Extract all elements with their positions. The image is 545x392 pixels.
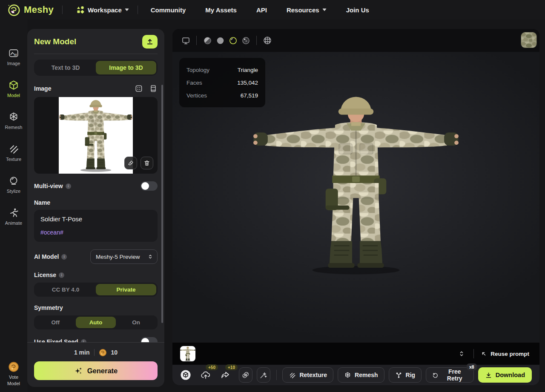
ai-model-value: Meshy-5 Preview (96, 254, 140, 260)
nav-divider (62, 6, 63, 14)
texture-edit-icon (241, 371, 250, 379)
license-private-option[interactable]: Private (96, 284, 156, 295)
nav-links: Community My Assets API Resources Join U… (146, 6, 369, 14)
reuse-prompt-button[interactable]: Reuse prompt (481, 351, 529, 357)
stylize-quick-button[interactable] (257, 367, 270, 383)
symmetry-auto-option[interactable]: Auto (76, 317, 116, 328)
nav-my-assets[interactable]: My Assets (205, 6, 237, 14)
rail-label: Animate (5, 220, 22, 226)
cube-icon (8, 80, 19, 91)
arrow-up-left-icon (481, 351, 487, 357)
multiview-toggle[interactable] (141, 181, 158, 191)
retexture-button[interactable]: Retexture (282, 367, 333, 383)
retry-icon (432, 372, 439, 379)
ai-model-select[interactable]: Meshy-5 Preview (90, 249, 158, 264)
uv-grid-icon[interactable] (261, 34, 274, 47)
image-preview[interactable] (34, 97, 158, 174)
remove-background-button[interactable] (124, 157, 137, 169)
magic-wand-icon (259, 371, 267, 379)
rail-item-animate[interactable]: Animate (0, 207, 27, 239)
rail-label: Stylize (7, 189, 20, 194)
model-viewport: Topology Triangle Faces 135,042 Vertices… (172, 29, 539, 385)
image-ai-icon: AI (8, 48, 19, 59)
fixed-seed-label: Use Fixed Seedi (34, 338, 86, 342)
coin-icon (8, 361, 19, 372)
name-value: Soldier T-Pose (40, 215, 151, 223)
free-retry-button[interactable]: x8 Free Retry (426, 367, 474, 383)
style-tag: #ocean# (40, 229, 151, 236)
nav-workspace[interactable]: Workspace (76, 6, 129, 14)
sample-grid-icon[interactable] (135, 84, 143, 93)
nav-community[interactable]: Community (151, 6, 186, 14)
rendered-model[interactable] (252, 89, 460, 278)
display-settings-icon[interactable] (179, 34, 192, 47)
animate-icon (8, 207, 19, 218)
render-mode-textured-icon[interactable] (201, 34, 214, 47)
name-input[interactable]: Soldier T-Pose #ocean# (34, 210, 158, 242)
share-arrow-icon (220, 370, 230, 380)
render-mode-wireframe-icon[interactable] (227, 34, 239, 47)
rail-item-texture[interactable]: Texture (0, 143, 27, 175)
share-to-community-button[interactable]: +50 (201, 370, 211, 380)
workspace-icon (76, 6, 85, 14)
symmetry-off-option[interactable]: Off (35, 317, 76, 328)
symmetry-tabs: Off Auto On (34, 315, 158, 329)
brand[interactable]: Meshy (7, 3, 54, 17)
upload-button[interactable] (142, 35, 158, 49)
notes-icon[interactable] (149, 84, 158, 93)
render-mode-shaded-icon[interactable] (214, 34, 227, 47)
top-navbar: Meshy Workspace Community My Assets API … (0, 0, 545, 20)
generate-button[interactable]: Generate (34, 361, 158, 380)
tab-text-to-3d[interactable]: Text to 3D (35, 61, 96, 74)
retry-count-badge: x8 (467, 363, 477, 370)
left-rail: AI Image Model Remesh Texture (0, 20, 27, 392)
texture-edit-button[interactable] (239, 367, 252, 383)
delete-image-button[interactable] (141, 157, 153, 169)
render-mode-matcap-icon[interactable] (239, 34, 252, 47)
info-icon[interactable]: i (81, 339, 86, 343)
viewport-toolbar (172, 29, 539, 52)
rail-item-image[interactable]: AI Image (0, 48, 27, 80)
rail-item-remesh[interactable]: Remesh (0, 112, 27, 143)
svg-text:AI: AI (14, 53, 17, 56)
nav-resources[interactable]: Resources (287, 6, 327, 14)
mode-tabs: Text to 3D Image to 3D (34, 60, 158, 76)
topology-label: Topology (186, 67, 209, 73)
info-icon[interactable]: i (61, 254, 67, 260)
texture-swatch[interactable] (521, 32, 537, 48)
panel-scrollbar[interactable] (161, 85, 163, 323)
rig-label: Rig (406, 372, 416, 378)
rail-item-model[interactable]: Model (0, 80, 27, 112)
publish-button[interactable] (180, 369, 191, 381)
nav-join-us[interactable]: Join Us (346, 6, 369, 14)
page-title: New Model (34, 37, 76, 46)
generation-thumbnail[interactable] (180, 346, 195, 361)
info-icon[interactable]: i (66, 183, 71, 189)
download-button[interactable]: Download (478, 367, 532, 383)
topology-value: Triangle (238, 67, 258, 73)
nav-api[interactable]: API (256, 6, 267, 14)
fixed-seed-toggle[interactable] (141, 337, 158, 342)
soldier-reference-image (59, 97, 133, 173)
expand-strip-button[interactable] (456, 349, 467, 359)
3d-stage[interactable]: Topology Triangle Faces 135,042 Vertices… (172, 52, 539, 343)
brand-name: Meshy (24, 4, 54, 15)
rig-button[interactable]: Rig (389, 367, 422, 383)
vote-model[interactable]: VoteModel (0, 361, 27, 387)
rail-label: Texture (6, 157, 21, 162)
rail-item-stylize[interactable]: Stylize (0, 175, 27, 207)
info-icon[interactable]: i (59, 272, 64, 278)
remesh-button[interactable]: Remesh (338, 367, 384, 383)
license-cc-option[interactable]: CC BY 4.0 (35, 284, 96, 295)
share-link-button[interactable]: +10 (220, 370, 230, 380)
tab-image-to-3d[interactable]: Image to 3D (96, 61, 156, 74)
publish-icon (180, 369, 191, 381)
cloud-upload-icon (201, 370, 211, 380)
rig-icon (395, 372, 402, 379)
name-label: Name (34, 199, 50, 206)
symmetry-on-option[interactable]: On (116, 317, 156, 328)
action-bar: +50 +10 (172, 365, 539, 385)
stylize-icon (8, 175, 19, 186)
share-bonus-badge: +10 (225, 364, 238, 370)
download-icon (485, 372, 492, 379)
